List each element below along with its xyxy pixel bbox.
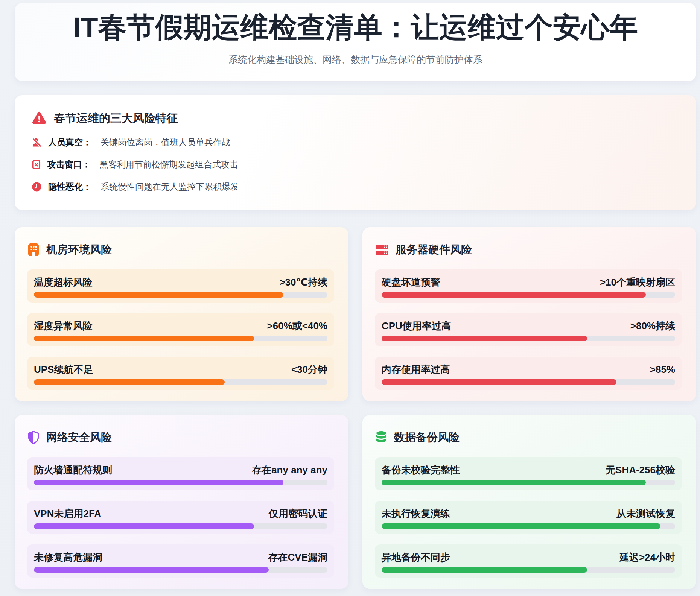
- progress-track: [382, 523, 675, 529]
- progress-fill: [34, 379, 225, 385]
- window-x-icon: [31, 160, 41, 170]
- stat-value: >80%持续: [630, 319, 675, 333]
- stat-label: 温度超标风险: [34, 276, 93, 289]
- risk-feature-item: 攻击窗口： 黑客利用节前松懈期发起组合式攻击: [31, 159, 680, 170]
- shield-icon: [27, 430, 40, 445]
- stat-value: 存在any any any: [252, 464, 327, 477]
- card-header: 数据备份风险: [375, 430, 682, 445]
- building-icon: [27, 243, 40, 257]
- stat-label: 硬盘坏道预警: [382, 276, 440, 289]
- stat-label: UPS续航不足: [34, 363, 93, 376]
- card-title: 网络安全风险: [46, 430, 112, 445]
- stat-value: >60%或<40%: [267, 319, 327, 333]
- card-data-backup: 数据备份风险 备份未校验完整性 无SHA-256校验 未执行恢复演练 从未测试恢…: [362, 415, 696, 589]
- progress-fill: [34, 523, 254, 529]
- stat-row: VPN未启用2FA 仅用密码认证: [27, 501, 334, 534]
- clock-icon: [31, 181, 42, 192]
- progress-track: [34, 567, 327, 573]
- progress-fill: [382, 292, 646, 298]
- risk-features-header: 春节运维的三大风险特征: [31, 110, 680, 126]
- stat-value: 无SHA-256校验: [606, 464, 675, 477]
- stat-label: 异地备份不同步: [382, 551, 450, 564]
- stat-value: >85%: [650, 364, 675, 376]
- risk-features-title: 春节运维的三大风险特征: [54, 111, 178, 126]
- card-title: 机房环境风险: [46, 242, 112, 257]
- database-icon: [375, 430, 388, 445]
- stat-value: 仅用密码认证: [269, 507, 327, 520]
- stat-label: 防火墙通配符规则: [34, 464, 112, 477]
- progress-fill: [382, 480, 646, 485]
- person-slash-icon: [31, 137, 42, 148]
- server-icon: [375, 243, 389, 256]
- stat-row: 防火墙通配符规则 存在any any any: [27, 457, 334, 490]
- progress-track: [382, 567, 675, 573]
- page-subtitle: 系统化构建基础设施、网络、数据与应急保障的节前防护体系: [62, 53, 649, 66]
- progress-fill: [34, 480, 283, 485]
- stat-label: 湿度异常风险: [34, 319, 93, 333]
- progress-track: [382, 292, 675, 298]
- stat-label: 内存使用率过高: [382, 363, 450, 376]
- hero-card: IT春节假期运维检查清单：让运维过个安心年 系统化构建基础设施、网络、数据与应急…: [15, 3, 696, 81]
- risk-cards-grid: 机房环境风险 温度超标风险 >30℃持续 湿度异常风险 >60%或<40%: [15, 227, 696, 589]
- progress-track: [34, 336, 327, 341]
- progress-track: [382, 379, 675, 385]
- stat-row: 内存使用率过高 >85%: [375, 357, 682, 390]
- stat-label: CPU使用率过高: [382, 319, 451, 333]
- stat-row: CPU使用率过高 >80%持续: [375, 313, 682, 346]
- card-title: 数据备份风险: [394, 430, 460, 445]
- progress-track: [34, 480, 327, 485]
- risk-feature-label: 攻击窗口：: [47, 159, 91, 170]
- stat-row: 异地备份不同步 延迟>24小时: [375, 544, 682, 578]
- risk-feature-item: 人员真空： 关键岗位离岗，值班人员单兵作战: [31, 137, 680, 148]
- progress-fill: [34, 292, 283, 298]
- stat-label: 未修复高危漏洞: [34, 551, 102, 564]
- stat-label: 未执行恢复演练: [382, 507, 450, 520]
- card-header: 网络安全风险: [27, 430, 334, 445]
- stat-value: >30℃持续: [279, 276, 327, 289]
- progress-fill: [382, 379, 616, 385]
- risk-feature-label: 隐性恶化：: [48, 181, 91, 193]
- stat-row: 未修复高危漏洞 存在CVE漏洞: [27, 544, 334, 578]
- risk-feature-label: 人员真空：: [48, 137, 91, 148]
- stat-row: 未执行恢复演练 从未测试恢复: [375, 501, 682, 534]
- card-header: 服务器硬件风险: [375, 242, 682, 257]
- stat-value: 从未测试恢复: [616, 507, 675, 520]
- stat-value: 延迟>24小时: [619, 551, 675, 564]
- stat-value: <30分钟: [291, 363, 327, 376]
- progress-fill: [382, 523, 660, 529]
- warning-triangle-icon: [31, 110, 47, 126]
- stat-value: 存在CVE漏洞: [268, 551, 327, 564]
- progress-fill: [34, 336, 254, 341]
- page-title: IT春节假期运维检查清单：让运维过个安心年: [62, 9, 649, 45]
- stat-value: >10个重映射扇区: [600, 276, 675, 289]
- stat-row: 备份未校验完整性 无SHA-256校验: [375, 457, 682, 490]
- card-header: 机房环境风险: [27, 242, 334, 257]
- progress-track: [382, 336, 675, 341]
- stat-row: 硬盘坏道预警 >10个重映射扇区: [375, 269, 682, 303]
- risk-feature-desc: 黑客利用节前松懈期发起组合式攻击: [100, 159, 238, 170]
- stat-label: 备份未校验完整性: [382, 464, 460, 477]
- stat-row: 温度超标风险 >30℃持续: [27, 269, 334, 303]
- progress-track: [34, 292, 327, 298]
- card-server-hardware: 服务器硬件风险 硬盘坏道预警 >10个重映射扇区 CPU使用率过高 >80%持续: [362, 227, 696, 401]
- progress-fill: [382, 336, 587, 341]
- progress-track: [34, 523, 327, 529]
- progress-fill: [382, 567, 587, 573]
- progress-track: [382, 480, 675, 485]
- progress-track: [34, 379, 327, 385]
- stat-row: 湿度异常风险 >60%或<40%: [27, 313, 334, 346]
- card-title: 服务器硬件风险: [396, 242, 472, 257]
- card-network-security: 网络安全风险 防火墙通配符规则 存在any any any VPN未启用2FA …: [15, 415, 348, 589]
- risk-features-card: 春节运维的三大风险特征 人员真空： 关键岗位离岗，值班人员单兵作战: [15, 95, 696, 210]
- risk-feature-desc: 系统慢性问题在无人监控下累积爆发: [100, 181, 239, 193]
- page: IT春节假期运维检查清单：让运维过个安心年 系统化构建基础设施、网络、数据与应急…: [0, 0, 700, 589]
- risk-feature-desc: 关键岗位离岗，值班人员单兵作战: [100, 137, 230, 148]
- stat-row: UPS续航不足 <30分钟: [27, 357, 334, 390]
- progress-fill: [34, 567, 269, 573]
- risk-feature-item: 隐性恶化： 系统慢性问题在无人监控下累积爆发: [31, 181, 680, 193]
- card-room-environment: 机房环境风险 温度超标风险 >30℃持续 湿度异常风险 >60%或<40%: [15, 227, 348, 401]
- stat-label: VPN未启用2FA: [34, 507, 101, 520]
